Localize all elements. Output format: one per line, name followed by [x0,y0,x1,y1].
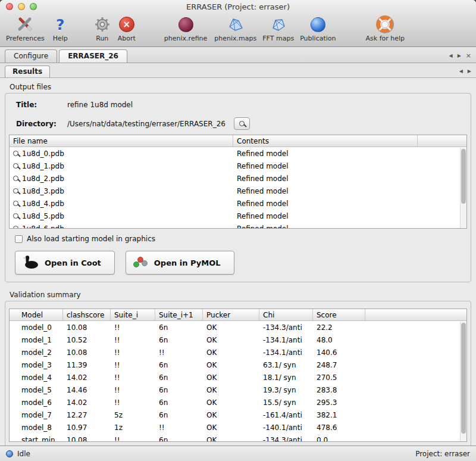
toolbar-button-publication[interactable]: Publication [300,14,336,45]
file-row[interactable]: 1u8d_2.pdbRefined model [10,172,466,185]
open-in-coot-button[interactable]: Open in Coot [15,251,115,275]
scrollbar-thumb[interactable] [461,323,466,434]
subtab-scroll-right-icon[interactable]: ▶ [468,69,471,74]
validation-row-model: model_7 [10,409,63,421]
validation-row-spacer [365,359,466,371]
validation-row-clashscore: 10.08 [63,434,111,442]
subtab-scroll-left-icon[interactable]: ◀ [459,69,463,74]
file-row[interactable]: 1u8d_1.pdbRefined model [10,160,466,172]
magnifier-icon [239,121,245,126]
validation-row[interactable]: model_110.52!!6nOK-134.1/anti48.0 [10,334,466,346]
subtab-nav-controls: ◀ ▶ [459,69,471,77]
tab-scroll-left-icon[interactable]: ◀ [449,54,452,58]
close-window-button[interactable] [6,3,13,10]
file-row-contents: Refined model [233,160,418,172]
browse-directory-button[interactable] [234,117,250,130]
file-row[interactable]: 1u8d_5.pdbRefined model [10,210,466,222]
validation-row-chi: 19.3/ syn [259,384,313,396]
column-header-score[interactable]: Score [313,309,365,320]
validation-row-spacer [365,346,466,359]
toolbar-button-help[interactable]: ? Help [53,14,68,45]
scrollbar-thumb[interactable] [461,149,466,204]
validation-row[interactable]: start_min10.08!!6nOK-134.3/anti0.0 [10,434,466,442]
validation-row-score: 270.5 [313,371,365,384]
file-row[interactable]: 1u8d_0.pdbRefined model [10,147,466,160]
validation-row-spacer [365,434,466,442]
output-files-table: File name Contents 1u8d_0.pdbRefined mod… [9,135,467,229]
validation-row[interactable]: model_810.971z!!OK-140.1/anti478.6 [10,421,466,434]
zoom-window-button[interactable] [30,3,37,10]
minimize-window-button[interactable] [18,3,25,10]
validation-row-suite_i: !! [111,434,155,442]
tab-configure[interactable]: Configure [5,49,57,63]
tab-label: ERRASER_26 [68,52,118,60]
validation-row-spacer [365,384,466,396]
column-header-pucker[interactable]: Pucker [203,309,259,320]
file-row[interactable]: 1u8d_4.pdbRefined model [10,197,466,210]
output-files-section-title: Output files [10,83,471,91]
validation-row-suite_i: !! [111,334,155,346]
toolbar-button-phenix-refine[interactable]: phenix.refine [164,14,207,45]
validation-row[interactable]: model_311.39!!6nOK63.1/ syn248.7 [10,359,466,371]
file-row-file: 1u8d_3.pdb [10,185,233,197]
toolbar-button-preferences[interactable]: Preferences [6,14,45,45]
validation-row-clashscore: 14.02 [63,396,111,409]
validation-row-spacer [365,321,466,334]
column-header-chi[interactable]: Chi [259,309,313,320]
validation-row-suite_i1: !! [155,421,203,434]
column-header-contents[interactable]: Contents [233,135,418,147]
open-in-pymol-button[interactable]: Open in PyMOL [126,251,234,275]
magnifier-icon [13,163,18,169]
tab-erraser-26[interactable]: ERRASER_26 [59,49,127,63]
tab-scroll-right-icon[interactable]: ▶ [458,54,461,58]
tab-results[interactable]: Results [5,66,50,77]
validation-row[interactable]: model_210.08!!!!OK-134.1/anti140.6 [10,346,466,359]
toolbar-button-run[interactable]: Run [94,14,111,45]
toolbar-button-fft-maps[interactable]: FFT maps [262,14,294,45]
validation-row-suite_i1: 6n [155,396,203,409]
status-bar: Idle Project: erraser [0,446,476,461]
validation-row[interactable]: model_712.275z6nOK-161.4/anti382.1 [10,409,466,421]
file-row[interactable]: 1u8d_3.pdbRefined model [10,185,466,197]
validation-row[interactable]: model_614.02!!6nOK15.5/ syn295.3 [10,396,466,409]
file-row-contents: Refined model [233,222,418,229]
validation-row-suite_i: 1z [111,421,155,434]
validation-row-chi: -161.4/anti [259,409,313,421]
validation-row-pucker: OK [203,346,259,359]
validation-row-score: 248.7 [313,359,365,371]
validation-row-spacer [365,409,466,421]
column-header-model[interactable]: Model [10,309,63,320]
validation-row-suite_i1: 6n [155,434,203,442]
toolbar-label: Help [53,35,68,42]
tab-close-icon[interactable]: × [466,52,471,59]
validation-summary-table: Model clashscore Suite_i Suite_i+1 Pucke… [9,309,467,442]
load-starting-model-checkbox[interactable] [15,235,23,243]
column-header-suite-i1[interactable]: Suite_i+1 [155,309,203,320]
column-header-spacer [418,135,466,147]
toolbar-label: Abort [118,35,136,42]
validation-row-model: model_0 [10,321,63,334]
validation-row-spacer [365,421,466,434]
validation-row-clashscore: 12.27 [63,409,111,421]
column-header-clashscore[interactable]: clashscore [63,309,111,320]
validation-row-clashscore: 14.02 [63,371,111,384]
toolbar-button-phenix-maps[interactable]: phenix.maps [214,14,256,45]
titlebar[interactable]: ERRASER (Project: erraser) [0,0,476,13]
validation-row-suite_i: !! [111,321,155,334]
validation-row-model: model_3 [10,359,63,371]
column-header-file-name[interactable]: File name [10,135,233,147]
validation-row[interactable]: model_010.08!!6nOK-134.3/anti22.2 [10,321,466,334]
toolbar-label: Ask for help [366,35,405,42]
validation-row[interactable]: model_414.02!!6nOK18.1/ syn270.5 [10,371,466,384]
file-row[interactable]: 1u8d_6.pdbRefined model [10,222,466,229]
toolbar-label: Publication [300,35,336,42]
files-table-scrollbar[interactable] [460,148,466,228]
validation-row-chi: -140.1/anti [259,421,313,434]
toolbar-button-ask-for-help[interactable]: Ask for help [366,14,405,45]
validation-row[interactable]: model_514.46!!6nOK19.3/ syn283.8 [10,384,466,396]
magnifier-icon [13,176,18,181]
validation-table-scrollbar[interactable] [460,322,466,441]
column-header-suite-i[interactable]: Suite_i [111,309,155,320]
validation-row-spacer [365,334,466,346]
toolbar-button-abort[interactable]: × Abort [118,14,136,45]
